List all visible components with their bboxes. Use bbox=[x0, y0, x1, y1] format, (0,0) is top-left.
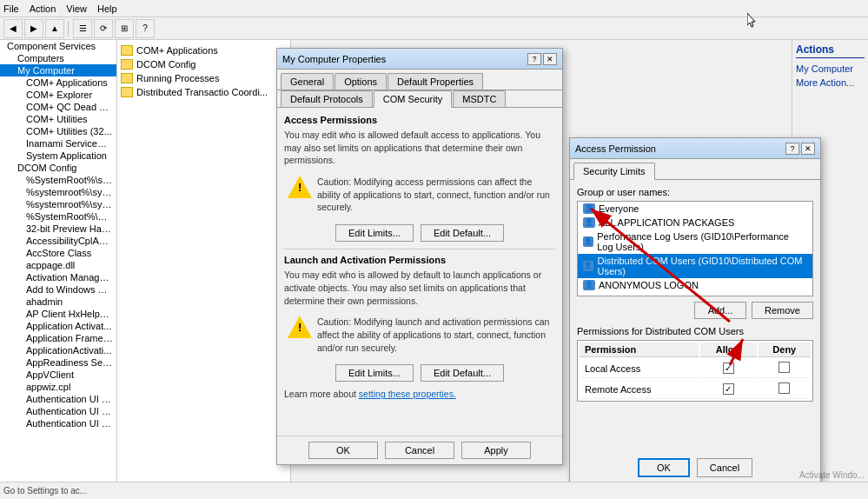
launch-warning-text: Caution: Modifying launch and activation… bbox=[317, 316, 552, 354]
tab-general[interactable]: General bbox=[281, 73, 334, 90]
tree-acppage[interactable]: acppage.dll bbox=[0, 259, 116, 271]
props-tab-bar: General Options Default Properties bbox=[277, 70, 562, 90]
tree-com-qcdead[interactable]: COM+ QC Dead Le... bbox=[0, 101, 116, 113]
group-all-app-packages[interactable]: 👤 ALL APPLICATION PACKAGES bbox=[578, 216, 812, 230]
view-button[interactable]: ☰ bbox=[73, 19, 92, 38]
props-apply-btn[interactable]: Apply bbox=[461, 442, 531, 459]
tree-my-computer[interactable]: My Computer bbox=[0, 64, 116, 77]
tree-apclient[interactable]: AP Client HxHelpPa... bbox=[0, 308, 116, 320]
back-button[interactable]: ◀ bbox=[3, 19, 23, 38]
tree-authui3[interactable]: Authentication UI C▼ bbox=[0, 417, 116, 429]
props-dialog-controls: ? ✕ bbox=[527, 53, 557, 65]
tree-com-utilities[interactable]: COM+ Utilities bbox=[0, 113, 116, 125]
edit-default-btn[interactable]: Edit Default... bbox=[421, 224, 504, 242]
access-dialog-help[interactable]: ? bbox=[785, 143, 799, 155]
tree-computers[interactable]: Computers bbox=[0, 52, 116, 64]
list-distributed-transaction[interactable]: Distributed Transactio Coordi... bbox=[117, 85, 290, 99]
tree-dcom-config[interactable]: DCOM Config bbox=[0, 162, 116, 174]
user-icon: 👤 bbox=[583, 203, 595, 214]
tree-sysroot1[interactable]: %SystemRoot%\sys... bbox=[0, 174, 116, 186]
forward-button[interactable]: ▶ bbox=[24, 19, 43, 38]
tree-appactivat[interactable]: Application Activat... bbox=[0, 320, 116, 332]
properties-button[interactable]: ⊞ bbox=[115, 19, 134, 38]
access-cancel-btn[interactable]: Cancel bbox=[697, 458, 752, 477]
menu-action[interactable]: Action bbox=[30, 3, 56, 14]
tree-sysroot4[interactable]: %SystemRoot%\Sys... bbox=[0, 210, 116, 223]
edit-limits2-btn[interactable]: Edit Limits... bbox=[335, 364, 414, 382]
tree-com-utilities32[interactable]: COM+ Utilities (32... bbox=[0, 125, 116, 137]
group-anonymous-logon[interactable]: 👤 ANONYMOUS LOGON bbox=[578, 278, 812, 292]
tree-accstore[interactable]: AccStore Class bbox=[0, 247, 116, 259]
folder-icon bbox=[121, 87, 133, 97]
tree-appwiz[interactable]: appwiz.cpl bbox=[0, 381, 116, 393]
access-dialog: Access Permission ? ✕ Security Limits Gr… bbox=[569, 137, 821, 485]
up-button[interactable]: ▲ bbox=[45, 19, 64, 38]
learn-more-text: Learn more about setting these propertie… bbox=[284, 389, 555, 399]
tree-appreadiness[interactable]: AppReadiness Servi... bbox=[0, 356, 116, 369]
menu-file[interactable]: File bbox=[3, 3, 19, 14]
perm-local-deny-cell bbox=[759, 359, 811, 378]
tree-appactivati2[interactable]: ApplicationActivati... bbox=[0, 344, 116, 356]
tab-com-security[interactable]: COM Security bbox=[374, 90, 452, 108]
refresh-button[interactable]: ⟳ bbox=[94, 19, 113, 38]
props-dialog-close[interactable]: ✕ bbox=[543, 53, 557, 65]
tree-authui1[interactable]: Authentication UI C... bbox=[0, 393, 116, 405]
perm-local-deny-checkbox[interactable] bbox=[779, 362, 790, 373]
tab-default-protocols[interactable]: Default Protocols bbox=[281, 90, 373, 107]
access-dialog-close[interactable]: ✕ bbox=[801, 143, 815, 155]
perm-remote-label: Remote Access bbox=[580, 380, 699, 399]
launch-warning-icon: ! bbox=[288, 316, 312, 340]
list-running-processes[interactable]: Running Processes bbox=[117, 71, 290, 85]
tree-sysroot3[interactable]: %systemroot%\syst... bbox=[0, 198, 116, 210]
list-dcom-config[interactable]: DCOM Config bbox=[117, 57, 290, 71]
menu-help[interactable]: Help bbox=[97, 3, 117, 14]
tree-sysroot2[interactable]: %systemroot%\syst... bbox=[0, 186, 116, 198]
tree-appframe[interactable]: Application Frame l... bbox=[0, 332, 116, 344]
tree-preview[interactable]: 32-bit Preview Han... bbox=[0, 223, 116, 235]
perm-row-remote: Remote Access bbox=[580, 380, 811, 399]
remove-btn[interactable]: Remove bbox=[752, 302, 813, 319]
tree-component-services[interactable]: Component Services bbox=[0, 40, 116, 52]
access-ok-btn[interactable]: OK bbox=[638, 458, 690, 477]
tab-options[interactable]: Options bbox=[335, 73, 387, 90]
tree-accessibility[interactable]: AccessibilityCplAdr... bbox=[0, 235, 116, 247]
edit-default2-btn[interactable]: Edit Default... bbox=[421, 364, 504, 382]
activate-watermark: Activate Windo... bbox=[799, 470, 865, 480]
tree-inamami[interactable]: Inamami ServiceOD... bbox=[0, 137, 116, 150]
props-dialog-help[interactable]: ? bbox=[527, 53, 541, 65]
access-warning-text: Caution: Modifying access permissions ca… bbox=[317, 176, 552, 214]
group-perf-log-users[interactable]: 👤 Performance Log Users (GID10\Performan… bbox=[578, 230, 812, 254]
help-button[interactable]: ? bbox=[136, 19, 155, 38]
tree-appvclient[interactable]: AppVClient bbox=[0, 369, 116, 381]
tree-authui2[interactable]: Authentication UI C... bbox=[0, 405, 116, 417]
user-icon: 👤 bbox=[583, 236, 593, 247]
my-computer-action[interactable]: My Computer bbox=[796, 62, 865, 76]
edit-limits-btn[interactable]: Edit Limits... bbox=[335, 224, 414, 242]
group-everyone[interactable]: 👤 Everyone bbox=[578, 202, 812, 216]
menu-view[interactable]: View bbox=[66, 3, 87, 14]
tree-addtowindows[interactable]: Add to Windows M... bbox=[0, 283, 116, 296]
tree-activation[interactable]: Activation Manager... bbox=[0, 271, 116, 283]
add-btn[interactable]: Add... bbox=[694, 302, 746, 319]
tab-default-props[interactable]: Default Properties bbox=[388, 73, 483, 90]
tree-com-explorer[interactable]: COM+ Explorer bbox=[0, 89, 116, 101]
more-action-link[interactable]: More Action... bbox=[796, 76, 865, 90]
tree-ahadmin[interactable]: ahadmin bbox=[0, 296, 116, 308]
props-ok-btn[interactable]: OK bbox=[308, 442, 378, 459]
tab-msdtc[interactable]: MSDTC bbox=[453, 90, 506, 107]
perm-local-allow-checkbox[interactable] bbox=[723, 363, 734, 374]
tab-security-limits[interactable]: Security Limits bbox=[573, 163, 655, 180]
group-distributed-com[interactable]: 👤 Distributed COM Users (GID10\Distribut… bbox=[578, 254, 812, 278]
perms-col-allow: Allow bbox=[700, 343, 756, 357]
perm-remote-allow-checkbox[interactable] bbox=[723, 383, 734, 395]
access-btn-row: Edit Limits... Edit Default... bbox=[284, 224, 555, 242]
learn-more-link[interactable]: setting these properties. bbox=[359, 389, 456, 399]
access-bottom-row: OK Cancel bbox=[570, 458, 820, 477]
user-icon: 👤 bbox=[583, 261, 593, 271]
list-com-applications[interactable]: COM+ Applications bbox=[117, 43, 290, 57]
tree-system-application[interactable]: System Application bbox=[0, 150, 116, 162]
props-cancel-btn[interactable]: Cancel bbox=[385, 442, 454, 459]
launch-btn-row: Edit Limits... Edit Default... bbox=[284, 364, 555, 382]
tree-com-applications[interactable]: COM+ Applications bbox=[0, 77, 116, 89]
perm-remote-deny-checkbox[interactable] bbox=[779, 383, 790, 394]
